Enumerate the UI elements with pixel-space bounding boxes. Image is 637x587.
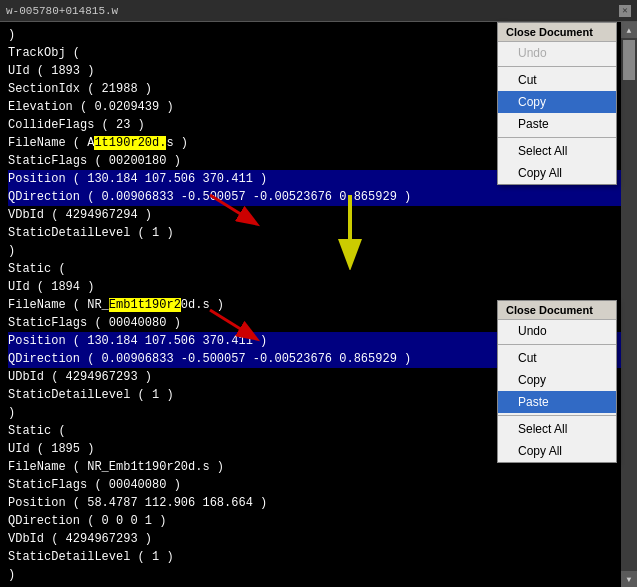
scroll-down-arrow[interactable]: ▼ — [621, 571, 637, 587]
menu1-undo[interactable]: Undo — [498, 42, 616, 64]
editor-line: ) — [8, 566, 629, 584]
menu2-copy[interactable]: Copy — [498, 369, 616, 391]
line-text-highlight: 1t190r20d. — [94, 136, 166, 150]
editor-line: Position ( 58.4787 112.906 168.664 ) — [8, 494, 629, 512]
menu2-sep2 — [498, 415, 616, 416]
window-title: w-005780+014815.w — [6, 5, 118, 17]
line-text-before: FileName ( NR_ — [8, 298, 109, 312]
menu2-select-all[interactable]: Select All — [498, 418, 616, 440]
menu2-undo[interactable]: Undo — [498, 320, 616, 342]
editor-line: VDbId ( 4294967293 ) — [8, 530, 629, 548]
line-text-before: FileName ( A — [8, 136, 94, 150]
line-text-after: 0d.s ) — [181, 298, 224, 312]
scroll-up-arrow[interactable]: ▲ — [621, 22, 637, 38]
editor-line: StaticFlags ( 00040080 ) — [8, 476, 629, 494]
scrollbar-right[interactable]: ▲ ▼ — [621, 22, 637, 587]
menu2-copy-all[interactable]: Copy All — [498, 440, 616, 462]
menu1-sep2 — [498, 137, 616, 138]
editor-line: UId ( 1894 ) — [8, 278, 629, 296]
editor-line: ) — [8, 242, 629, 260]
context-menu-2-header[interactable]: Close Document — [498, 301, 616, 320]
context-menu-1: Close Document Undo Cut Copy Paste Selec… — [497, 22, 617, 185]
menu2-sep1 — [498, 344, 616, 345]
editor-line: VDbId ( 4294967294 ) — [8, 206, 629, 224]
menu1-select-all[interactable]: Select All — [498, 140, 616, 162]
menu1-copy[interactable]: Copy — [498, 91, 616, 113]
close-button[interactable]: ✕ — [619, 5, 631, 17]
menu1-cut[interactable]: Cut — [498, 69, 616, 91]
line-text-highlight: Emb1t190r2 — [109, 298, 181, 312]
menu2-cut[interactable]: Cut — [498, 347, 616, 369]
editor-line: Static ( — [8, 260, 629, 278]
title-bar: w-005780+014815.w ✕ — [0, 0, 637, 22]
context-menu-1-header[interactable]: Close Document — [498, 23, 616, 42]
context-menu-2: Close Document Undo Cut Copy Paste Selec… — [497, 300, 617, 463]
editor-line: QDirection ( 0 0 0 1 ) — [8, 512, 629, 530]
editor-line: QDirection ( 0.00906833 -0.500057 -0.005… — [8, 188, 629, 206]
editor-line: StaticDetailLevel ( 1 ) — [8, 224, 629, 242]
scrollbar-thumb[interactable] — [623, 40, 635, 80]
menu1-sep1 — [498, 66, 616, 67]
menu2-paste[interactable]: Paste — [498, 391, 616, 413]
menu1-copy-all[interactable]: Copy All — [498, 162, 616, 184]
line-text-after: s ) — [166, 136, 188, 150]
menu1-paste[interactable]: Paste — [498, 113, 616, 135]
editor-line: StaticDetailLevel ( 1 ) — [8, 548, 629, 566]
